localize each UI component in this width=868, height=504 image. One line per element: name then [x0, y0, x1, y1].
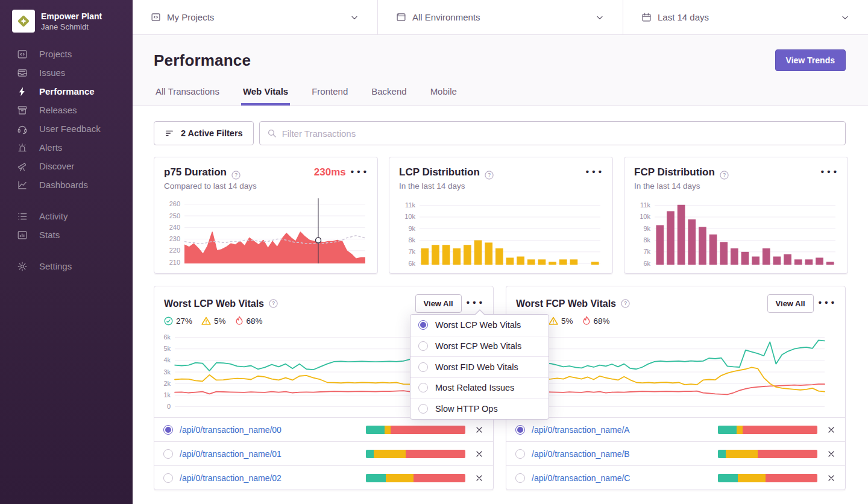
sidebar-item-projects[interactable]: Projects — [0, 45, 133, 63]
remove-row-button[interactable] — [472, 473, 484, 483]
good-segment — [366, 426, 385, 434]
meh-segment — [385, 426, 391, 434]
transaction-link[interactable]: /api/0/transaction_name/C — [532, 473, 630, 483]
environment-filter-value: All Environments — [412, 12, 480, 22]
menu-item-worst-fid[interactable]: Worst FID Web Vitals — [410, 356, 549, 377]
row-radio[interactable] — [163, 449, 173, 459]
discover-icon — [17, 161, 28, 172]
date-range-value: Last 14 days — [658, 12, 709, 22]
card-overflow-menu-button[interactable]: • • • — [819, 297, 835, 310]
chevron-down-icon — [595, 13, 605, 22]
transaction-link[interactable]: /api/0/transaction_name/A — [532, 425, 630, 435]
transaction-link[interactable]: /api/0/transaction_name/01 — [180, 449, 281, 459]
vitals-distribution-bar — [366, 450, 465, 458]
sidebar-item-activity[interactable]: Activity — [0, 207, 133, 225]
meh-segment — [738, 474, 766, 482]
svg-text:8k: 8k — [643, 236, 650, 244]
remove-row-button[interactable] — [824, 425, 836, 435]
row-radio[interactable] — [163, 425, 173, 435]
card-overflow-menu-button[interactable]: • • • — [586, 166, 603, 180]
tab-mobile[interactable]: Mobile — [429, 86, 459, 106]
date-range-dropdown[interactable]: Last 14 days — [623, 0, 868, 34]
close-icon — [826, 473, 836, 483]
sidebar-item-label: User Feedback — [39, 124, 101, 134]
table-row: /api/0/transaction_name/B — [506, 441, 845, 465]
meh-vitals-badge: 5% — [549, 317, 573, 326]
help-icon[interactable]: ? — [621, 299, 630, 308]
help-icon[interactable]: ? — [485, 171, 494, 180]
card-title: FCP Distribution — [634, 166, 715, 178]
transaction-link[interactable]: /api/0/transaction_name/B — [532, 449, 630, 459]
card-overflow-menu-button[interactable]: • • • — [467, 297, 483, 310]
help-icon[interactable]: ? — [269, 299, 278, 308]
help-icon[interactable]: ? — [231, 171, 241, 180]
tab-web-vitals[interactable]: Web Vitals — [241, 86, 290, 106]
remove-row-button[interactable] — [824, 449, 836, 459]
svg-text:240: 240 — [169, 224, 180, 231]
active-filters-button[interactable]: 2 Active Filters — [154, 121, 254, 145]
remove-row-button[interactable] — [472, 425, 484, 435]
meh-vitals-badge: 5% — [201, 317, 226, 326]
card-title: LCP Distribution — [399, 166, 480, 178]
menu-radio — [418, 383, 428, 392]
menu-item-worst-lcp[interactable]: Worst LCP Web Vitals — [410, 315, 549, 336]
sidebar-item-issues[interactable]: Issues — [0, 63, 133, 82]
menu-item-most-related-issues[interactable]: Most Related Issues — [410, 377, 549, 398]
remove-row-button[interactable] — [472, 449, 484, 459]
sidebar-item-dashboards[interactable]: Dashboards — [0, 175, 133, 194]
sidebar-item-user-feedback[interactable]: User Feedback — [0, 119, 133, 138]
good-segment — [366, 474, 386, 482]
tab-frontend[interactable]: Frontend — [310, 86, 350, 106]
sidebar-item-settings[interactable]: Settings — [0, 257, 133, 276]
org-switcher[interactable]: Empower Plant Jane Schmidt — [0, 10, 133, 45]
view-all-button[interactable]: View All — [767, 294, 814, 313]
environment-filter-dropdown[interactable]: All Environments — [377, 0, 623, 34]
sidebar-item-releases[interactable]: Releases — [0, 101, 133, 119]
sidebar-item-discover[interactable]: Discover — [0, 157, 133, 175]
good-vitals-badge: 27% — [164, 317, 192, 326]
p75-value: 230ms — [314, 166, 346, 178]
svg-text:9k: 9k — [408, 225, 415, 232]
transaction-link[interactable]: /api/0/transaction_name/02 — [180, 473, 281, 483]
sidebar-item-stats[interactable]: Stats — [0, 225, 133, 244]
row-radio[interactable] — [515, 473, 525, 483]
card-subtitle: Compared to last 14 days — [164, 181, 368, 191]
menu-item-worst-fcp[interactable]: Worst FCP Web Vitals — [410, 336, 549, 357]
page-title: Performance — [154, 51, 251, 70]
svg-text:11k: 11k — [640, 201, 650, 209]
view-all-button[interactable]: View All — [415, 294, 462, 313]
project-filter-dropdown[interactable]: My Projects — [133, 0, 377, 34]
row-radio[interactable] — [163, 473, 173, 483]
card-overflow-menu-button[interactable]: • • • — [821, 166, 838, 180]
sidebar-item-alerts[interactable]: Alerts — [0, 138, 133, 157]
tab-backend[interactable]: Backend — [370, 86, 408, 106]
nav-group-divider — [0, 244, 133, 257]
activity-icon — [17, 211, 28, 222]
remove-row-button[interactable] — [824, 473, 836, 483]
help-icon[interactable]: ? — [720, 171, 729, 180]
row-radio[interactable] — [515, 449, 525, 459]
search-input[interactable] — [282, 128, 838, 139]
svg-text:?: ? — [488, 172, 491, 178]
good-segment — [718, 426, 737, 434]
nav-group-divider — [0, 194, 133, 207]
row-radio[interactable] — [515, 425, 525, 435]
menu-item-label: Most Related Issues — [435, 383, 514, 392]
alerts-icon — [17, 142, 28, 153]
org-name: Empower Plant — [41, 11, 102, 21]
sidebar-item-label: Discover — [39, 161, 74, 171]
transaction-link[interactable]: /api/0/transaction_name/00 — [180, 425, 281, 435]
sidebar-nav: Projects Issues Performance Releases Use… — [0, 45, 133, 276]
tab-all-transactions[interactable]: All Transactions — [154, 86, 221, 106]
global-filter-bar: My Projects All Environments Last 14 day… — [133, 0, 868, 35]
svg-text:?: ? — [624, 300, 627, 306]
app-window: Empower Plant Jane Schmidt Projects Issu… — [0, 0, 868, 504]
sidebar-item-label: Alerts — [39, 142, 62, 153]
sidebar-item-performance[interactable]: Performance — [0, 82, 133, 101]
svg-text:9k: 9k — [643, 225, 650, 232]
menu-item-slow-http-ops[interactable]: Slow HTTP Ops — [410, 398, 549, 419]
meh-segment — [386, 474, 414, 482]
menu-radio — [418, 404, 428, 414]
card-overflow-menu-button[interactable]: • • • — [351, 166, 368, 180]
view-trends-button[interactable]: View Trends — [775, 49, 846, 71]
